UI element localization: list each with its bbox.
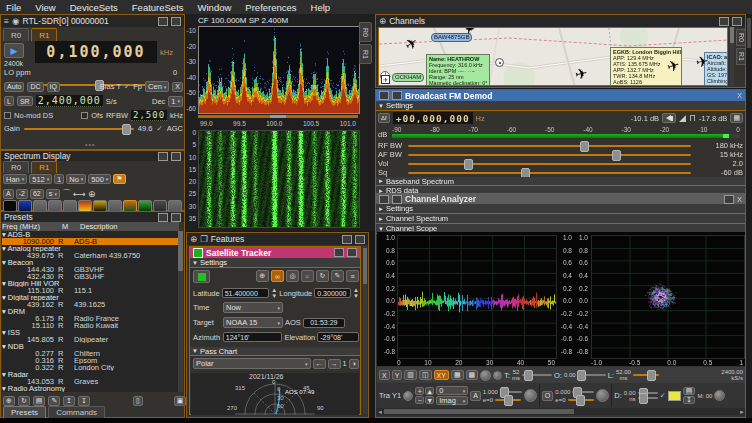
- shrink-icon[interactable]: [158, 152, 168, 161]
- center-frequency-display[interactable]: 0,100,000: [35, 41, 157, 63]
- menu-item-preferences[interactable]: Preferences: [245, 2, 296, 13]
- close-icon[interactable]: X: [737, 196, 742, 203]
- next-pass-button[interactable]: →: [328, 359, 341, 369]
- col-freq[interactable]: Freq (MHz): [2, 222, 62, 231]
- start-stop-button[interactable]: ▶: [4, 43, 24, 58]
- import-icon[interactable]: ↧: [78, 396, 90, 406]
- device-tab-r1[interactable]: R1: [31, 28, 57, 41]
- move-channel-icon[interactable]: [379, 195, 389, 204]
- scope-trace-canvas[interactable]: [397, 235, 557, 359]
- trace-color-swatch[interactable]: [668, 391, 681, 401]
- ofs-slider[interactable]: [572, 391, 594, 393]
- menu-item-view[interactable]: View: [35, 2, 55, 13]
- prev-pass-button[interactable]: ←: [313, 359, 326, 369]
- col-description[interactable]: Description: [80, 222, 179, 231]
- spectrum-canvas[interactable]: [198, 26, 360, 114]
- trace-visible-check-icon[interactable]: ✓: [660, 391, 666, 400]
- slider-track[interactable]: [408, 145, 691, 147]
- amp-exp-slider[interactable]: [495, 399, 521, 401]
- offset-slider[interactable]: [578, 374, 606, 376]
- length-slider[interactable]: [633, 374, 659, 376]
- sr-button[interactable]: SR: [17, 96, 33, 106]
- memory-save-icon[interactable]: ▤: [683, 387, 696, 395]
- help-icon[interactable]: [724, 195, 734, 204]
- shrink-icon[interactable]: [334, 248, 344, 257]
- spectrum-tab-r0[interactable]: R0: [3, 161, 29, 173]
- add-trace-button[interactable]: +: [415, 387, 424, 395]
- autoscale-button[interactable]: A: [3, 189, 14, 199]
- add-channel-icon[interactable]: ⊕: [379, 16, 386, 26]
- time-base-slider[interactable]: [522, 374, 552, 376]
- menu-item-file[interactable]: File: [6, 2, 21, 13]
- baseband-spectrum-bar[interactable]: ► Baseband Spectrum: [376, 177, 745, 186]
- amp-knob[interactable]: [524, 389, 537, 402]
- map-scrollbar[interactable]: [730, 27, 734, 86]
- hamburger-icon[interactable]: ≡: [4, 16, 9, 26]
- y-trace-button[interactable]: Y: [392, 370, 403, 380]
- preset-group[interactable]: ▾ Biggin Hill VOR: [2, 280, 179, 287]
- features-scrollbar[interactable]: [363, 246, 367, 414]
- update-icon[interactable]: ↻: [316, 270, 329, 282]
- scroll-right-icon[interactable]: ►: [739, 409, 745, 415]
- grid-knob[interactable]: [480, 370, 491, 381]
- preset-row[interactable]: 115.100R115.1: [2, 287, 179, 294]
- overlap-select[interactable]: No▾: [66, 174, 86, 184]
- preset-group[interactable]: ▾ DRM: [2, 308, 179, 315]
- map-attribution-box[interactable]: ✈: [381, 75, 390, 84]
- maximize-icon[interactable]: [732, 17, 742, 26]
- trace-select-knob[interactable]: [403, 391, 413, 401]
- ockham-vor-badge[interactable]: OCKHAM: [392, 73, 424, 82]
- right-scrollbar[interactable]: [746, 14, 752, 418]
- target-icon[interactable]: ⊕: [3, 396, 15, 406]
- dark-theme-button[interactable]: ◑: [349, 359, 359, 369]
- spin-icons[interactable]: ▲▼: [271, 287, 277, 299]
- channel-frequency-display[interactable]: +00,000,000: [393, 112, 473, 124]
- preset-group[interactable]: ▾ Digital repeater: [2, 294, 179, 301]
- ndb-marker[interactable]: [495, 58, 504, 67]
- units-select[interactable]: s▾: [46, 189, 60, 199]
- ofs-knob[interactable]: [596, 389, 609, 402]
- deemphasis-icon[interactable]: ◢: [679, 113, 686, 123]
- dual-display-button[interactable]: ▥: [404, 370, 417, 380]
- menu-item-featuresets[interactable]: FeatureSets: [132, 2, 184, 13]
- refresh-icon[interactable]: ↻: [18, 396, 30, 406]
- lock-button[interactable]: L: [4, 96, 14, 106]
- device-tab-r0[interactable]: R0: [3, 28, 29, 41]
- channels-vtab-r0[interactable]: R0: [736, 29, 746, 46]
- xy-display-button[interactable]: XY: [434, 370, 449, 380]
- amp-slider[interactable]: [500, 391, 522, 393]
- audio-stereo-icon[interactable]: ⊓: [689, 113, 696, 123]
- ref-level-stepper[interactable]: -2: [16, 189, 28, 199]
- close-icon[interactable]: [347, 248, 357, 257]
- slider-handle[interactable]: [612, 150, 621, 161]
- sat-start-button[interactable]: [193, 270, 210, 283]
- preset-group[interactable]: ▾ Radio Astronomy: [2, 385, 179, 392]
- preset-group[interactable]: ▾ NDB: [2, 343, 179, 350]
- slider-handle[interactable]: [464, 159, 473, 170]
- slider-handle[interactable]: [580, 141, 589, 152]
- preset-row[interactable]: 145.805RDigipeater: [2, 336, 179, 343]
- waterfall-canvas[interactable]: [198, 130, 360, 228]
- col-m[interactable]: M: [62, 222, 80, 231]
- play-spectrum-button[interactable]: ⚑: [113, 174, 125, 184]
- menu-item-window[interactable]: Window: [198, 2, 232, 13]
- mute-button[interactable]: [662, 113, 676, 123]
- nomod-checkbox[interactable]: [4, 112, 11, 119]
- delay-fine-slider[interactable]: [638, 397, 658, 399]
- shrink-icon[interactable]: [719, 17, 729, 26]
- preset-row[interactable]: 0.322RLondon City: [2, 364, 179, 371]
- fft-size-select[interactable]: 512▾: [29, 174, 52, 184]
- range-stepper[interactable]: 62: [30, 189, 44, 199]
- latitude-field[interactable]: 51.400000: [222, 288, 270, 298]
- preset-scrollbar[interactable]: [178, 231, 183, 392]
- edit-sats-icon[interactable]: ✎: [331, 270, 344, 282]
- fm-settings-bar[interactable]: ▼ Settings: [376, 101, 745, 111]
- split-display-button[interactable]: ◫: [419, 370, 432, 380]
- maximize-icon[interactable]: [171, 152, 181, 161]
- bias-check-icon[interactable]: ✓: [124, 82, 130, 91]
- gain-slider[interactable]: [24, 128, 134, 130]
- link-icon[interactable]: ∞: [271, 270, 284, 282]
- curve-icon[interactable]: ⌒: [62, 187, 71, 200]
- export-icon[interactable]: ↥: [63, 396, 75, 406]
- remove-trace-button[interactable]: −: [415, 396, 424, 404]
